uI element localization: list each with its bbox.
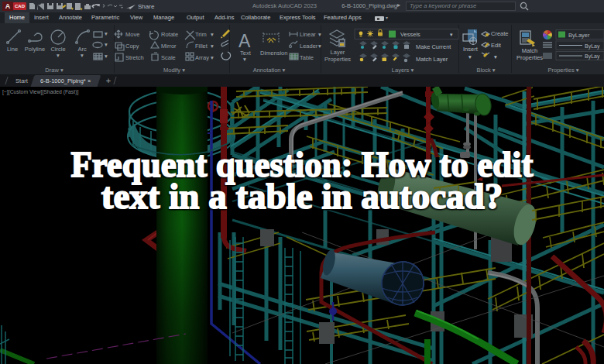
svg-text:▾: ▾: [211, 54, 214, 61]
svg-text:Match Layer: Match Layer: [416, 56, 448, 63]
svg-text:Polyline: Polyline: [25, 46, 45, 53]
svg-text:Mirror: Mirror: [161, 43, 177, 50]
svg-text:Properties: Properties: [516, 54, 543, 61]
svg-text:▾: ▾: [468, 53, 472, 60]
svg-text:Copy: Copy: [125, 43, 139, 50]
svg-text:Move: Move: [125, 31, 139, 38]
svg-text:▾: ▾: [105, 41, 108, 48]
svg-text:Edit: Edit: [491, 42, 502, 49]
svg-text:Scale: Scale: [161, 54, 176, 61]
svg-text:ByLay: ByLay: [585, 53, 600, 60]
svg-text:▾: ▾: [105, 30, 108, 37]
svg-text:Properties: Properties: [324, 56, 351, 63]
svg-text:▾: ▾: [81, 52, 84, 59]
svg-text:A: A: [239, 31, 251, 51]
svg-text:▾: ▾: [450, 32, 453, 37]
svg-text:ByLayer: ByLayer: [568, 32, 590, 39]
svg-text:Rotate: Rotate: [161, 31, 178, 38]
svg-text:Create: Create: [491, 30, 509, 37]
svg-text:Layer: Layer: [331, 49, 345, 56]
svg-text:Linear: Linear: [300, 31, 316, 38]
svg-text:Array: Array: [195, 54, 209, 61]
svg-text:▾: ▾: [494, 53, 497, 60]
svg-text:Trim: Trim: [195, 31, 207, 38]
svg-text:Make Current: Make Current: [416, 43, 451, 50]
svg-text:Line: Line: [7, 46, 18, 53]
svg-text:Share: Share: [138, 3, 155, 10]
svg-text:▾: ▾: [57, 52, 60, 59]
svg-text:Insert: Insert: [463, 46, 479, 53]
svg-text:ByLay: ByLay: [585, 43, 600, 50]
svg-text:Fillet: Fillet: [195, 43, 208, 50]
svg-text:▾: ▾: [318, 43, 321, 50]
svg-text:Stretch: Stretch: [125, 54, 144, 61]
svg-text:▾: ▾: [211, 31, 214, 38]
svg-text:▾: ▾: [105, 53, 108, 60]
svg-text:Dimension: Dimension: [260, 50, 287, 57]
svg-text:Vessels: Vessels: [400, 31, 420, 38]
svg-text:Table: Table: [300, 54, 314, 61]
svg-text:▾: ▾: [243, 56, 246, 63]
svg-text:▾: ▾: [211, 43, 214, 50]
svg-text:Leader: Leader: [300, 43, 318, 50]
svg-text:▾: ▾: [318, 31, 321, 38]
svg-text:Match: Match: [522, 47, 537, 54]
